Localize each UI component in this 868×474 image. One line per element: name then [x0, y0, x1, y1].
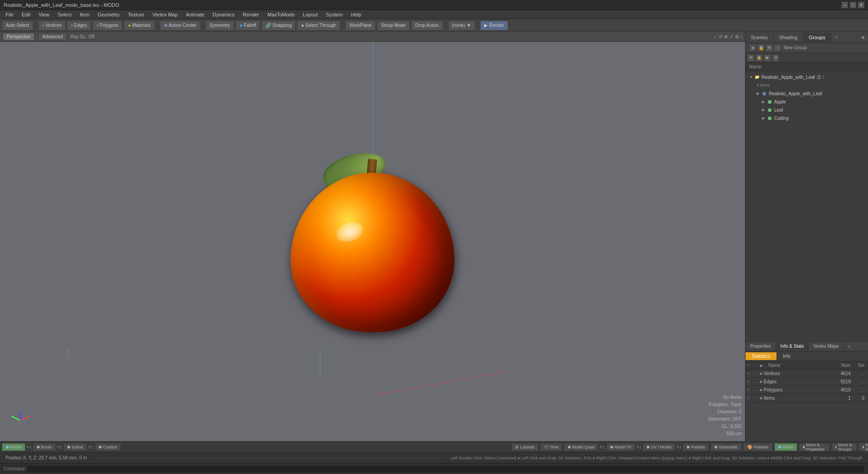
auto-select-button[interactable]: Auto Select	[2, 21, 33, 31]
tree-child-realistic-apple[interactable]: ▶ ▦ Realistic_Apple_with_Leaf	[745, 89, 868, 98]
viewport-tab-perspective[interactable]: Perspective	[3, 33, 35, 41]
scenes-tab[interactable]: Scenes	[745, 33, 774, 42]
materials-button[interactable]: ● Materials	[124, 21, 155, 31]
uv-model-btn[interactable]: UV / Model	[643, 443, 675, 451]
none-dropdown[interactable]: (none) ▼	[448, 21, 475, 31]
viewport[interactable]: Perspective Advanced Ray GL: Off ⌂ ↺ ⊕ ⤢…	[0, 32, 745, 441]
menu-item-file[interactable]: File	[2, 11, 17, 18]
command-input[interactable]	[26, 465, 864, 473]
new-group-label[interactable]: New Group	[784, 45, 807, 50]
model-tri-btn[interactable]: Model Tri	[606, 443, 635, 451]
items-shading-btn[interactable]: Items Shading	[858, 443, 868, 451]
time-btn[interactable]: ⏱ Time	[540, 443, 563, 451]
eye-icon-btn[interactable]: 👁	[766, 44, 773, 52]
menu-item-vertex map[interactable]: Vertex Map	[149, 11, 182, 18]
model-right-btn[interactable]: Model	[774, 443, 798, 451]
select-through-button[interactable]: ● Select Through	[297, 21, 340, 31]
tree-child-leaf[interactable]: ▶ ▦ Leaf	[745, 106, 868, 114]
symmetry-button[interactable]: Symmetry	[205, 21, 234, 31]
menu-item-geometry[interactable]: Geometry	[94, 11, 123, 18]
viewport-home-icon[interactable]: ⌂	[714, 34, 717, 39]
more-icon-btn[interactable]: ⋮	[774, 44, 781, 52]
toolbar-separator-2	[157, 21, 158, 30]
canvas-area[interactable]: No Items Polygons : Face Channels: 0 Def…	[0, 42, 745, 441]
add-props-tab-button[interactable]: +	[844, 342, 854, 350]
scene-dot-icon	[67, 446, 70, 448]
render-icon-small[interactable]: ▶	[764, 54, 771, 62]
palettes-btn[interactable]: 🎨 Palettes	[743, 443, 773, 451]
menu-item-item[interactable]: Item	[76, 11, 93, 18]
action-center-button[interactable]: ⊕ Action Center	[160, 21, 201, 31]
settings-groups-icon[interactable]: ⚙	[772, 54, 779, 62]
menu-item-layout[interactable]: Layout	[299, 11, 322, 18]
vertex-maps-tab[interactable]: Vertex Maps	[809, 342, 844, 350]
menu-item-animate[interactable]: Animate	[182, 11, 208, 18]
items-properties-btn[interactable]: Items & Properties	[799, 443, 830, 451]
eye-visible-icon[interactable]: 👁	[747, 54, 755, 62]
model-tri-label: Model Tri	[614, 445, 631, 449]
render-button[interactable]: ▶ Render	[480, 21, 508, 31]
brush-tab-btn[interactable]: Brush	[33, 443, 56, 451]
menu-item-dynamics[interactable]: Dynamics	[209, 11, 238, 18]
groups-tree: ▼ 📁 Realistic_Apple_with_Leaf ( 2 ) 4 It…	[745, 71, 868, 341]
viewport-zoom-icon[interactable]: ⊕	[724, 34, 728, 39]
tree-child-2-label: Apple	[774, 99, 786, 104]
close-button[interactable]: ✕	[858, 2, 864, 8]
tree-child-cutting[interactable]: ▶ ▦ Cutting	[745, 114, 868, 122]
viewport-expand-icon[interactable]: ⤢	[730, 34, 733, 39]
layouts-btn[interactable]: ⊞ Layouts	[511, 443, 539, 451]
presets-btn[interactable]: Presets	[683, 443, 709, 451]
workplane-button[interactable]: WorkPlane	[345, 21, 376, 31]
lock-icon-btn[interactable]: 🔒	[757, 44, 765, 52]
stats-row-polygons[interactable]: + − ▶ Polygons 4610 …	[745, 386, 868, 394]
menu-item-view[interactable]: View	[35, 11, 53, 18]
viewport-tab-advanced[interactable]: Advanced	[38, 33, 66, 41]
new-group-icon-btn[interactable]: ●	[749, 44, 756, 52]
menu-item-edit[interactable]: Edit	[18, 11, 34, 18]
info-stats-tab[interactable]: Info & Stats	[776, 342, 809, 350]
properties-tab[interactable]: Properties	[745, 342, 776, 350]
tree-root-item[interactable]: ▼ 📁 Realistic_Apple_with_Leaf ( 2 )	[745, 73, 868, 81]
context-tab-btn[interactable]: Context	[95, 443, 121, 451]
snapping-button[interactable]: 🔗 Snapping	[261, 21, 296, 31]
select-through-icon: ●	[301, 23, 304, 28]
menu-item-system[interactable]: System	[322, 11, 347, 18]
viewport-refresh-icon[interactable]: ↺	[719, 34, 722, 39]
lock-groups-icon[interactable]: 🔒	[756, 54, 763, 62]
menu-item-select[interactable]: Select	[54, 11, 75, 18]
tri-f-key: F1	[637, 445, 642, 449]
statistics-subtab[interactable]: Statistics	[745, 352, 776, 360]
maximize-button[interactable]: □	[850, 2, 856, 8]
model-quad-btn[interactable]: Model Quad	[564, 443, 598, 451]
menu-item-help[interactable]: Help	[347, 11, 365, 18]
main-toolbar: Auto Select ▪ Vertices ▪ Edges ▪ Polygon…	[0, 19, 868, 32]
tree-child-apple[interactable]: ▶ ▦ Apple	[745, 98, 868, 106]
falloff-button[interactable]: ● Falloff	[235, 21, 260, 31]
items-groups-btn[interactable]: Items & Groups	[831, 443, 857, 451]
model-tab-btn[interactable]: Model	[2, 443, 26, 451]
edges-num: 9219	[830, 379, 853, 384]
render-icon: ▶	[484, 23, 488, 28]
edges-button[interactable]: ▪ Edges	[67, 21, 91, 31]
add-panel-tab-button[interactable]: +	[831, 32, 842, 42]
stats-row-edges[interactable]: + − ▶ Edges 9219 …	[745, 378, 868, 386]
panel-collapse-icon[interactable]: ◀	[861, 35, 864, 40]
shading-tab[interactable]: Shading	[774, 33, 803, 42]
scene-tab-btn[interactable]: Scene	[63, 443, 87, 451]
viewport-chevron-icon[interactable]: ›	[741, 34, 742, 39]
vertices-button[interactable]: ▪ Vertices	[38, 21, 66, 31]
menu-item-texture[interactable]: Texture	[124, 11, 148, 18]
minimize-button[interactable]: ─	[842, 2, 848, 8]
viewport-controls: ⌂ ↺ ⊕ ⤢ ⚙ ›	[714, 34, 742, 39]
schematic-btn[interactable]: Schematic	[710, 443, 742, 451]
stats-row-items[interactable]: + − ▶ Items 1 0	[745, 394, 868, 402]
menu-item-render[interactable]: Render	[239, 11, 263, 18]
drop-action-button[interactable]: Drop Action	[411, 21, 443, 31]
viewport-settings-icon[interactable]: ⚙	[735, 34, 739, 39]
polygons-button[interactable]: ▪ Polygons	[92, 21, 123, 31]
setup-mode-button[interactable]: Setup Mode	[377, 21, 410, 31]
menu-item-maxtomodo[interactable]: MaxToModo	[264, 11, 298, 18]
stats-row-vertices[interactable]: + − ▶ Vertices 4614 …	[745, 370, 868, 378]
info-subtab[interactable]: Info	[776, 352, 797, 360]
groups-tab[interactable]: Groups	[803, 33, 831, 42]
